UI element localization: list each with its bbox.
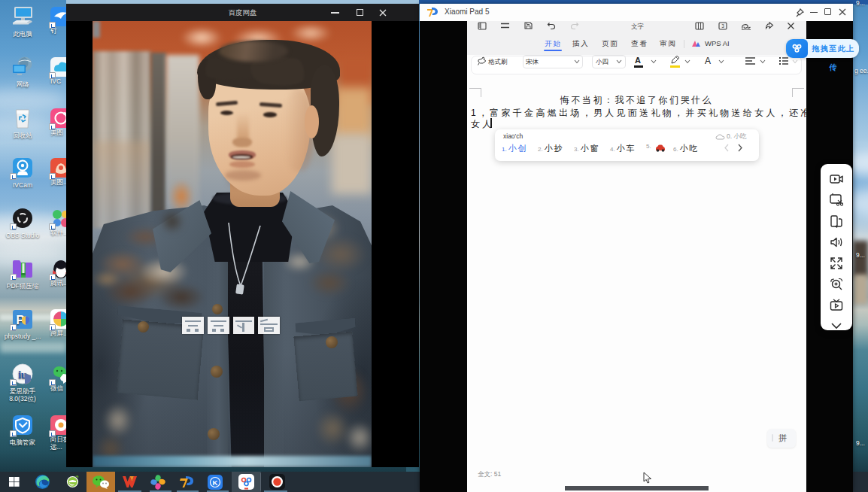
svg-text:K: K	[213, 478, 218, 486]
svg-text:3: 3	[721, 23, 724, 29]
